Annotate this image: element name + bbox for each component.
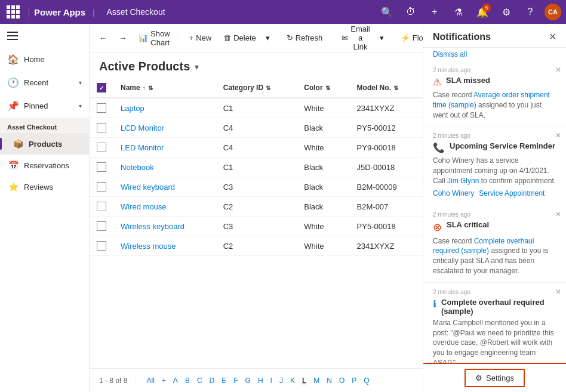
notif-inline-link[interactable]: Jim Glynn [447, 177, 479, 185]
row-checkbox[interactable] [97, 241, 106, 251]
product-name-link[interactable]: LED Monitor [121, 143, 164, 152]
more-dropdown-1[interactable]: ▾ [263, 31, 272, 45]
email-link-button[interactable]: ✉ Email a Link [337, 24, 375, 54]
row-checkbox-cell[interactable] [90, 177, 113, 197]
row-checkbox-cell[interactable] [90, 217, 113, 236]
sidebar-item-recent[interactable]: 🕐 Recent ▾ [0, 71, 89, 94]
row-checkbox-cell[interactable] [90, 118, 113, 138]
product-name-link[interactable]: LCD Monitor [121, 124, 164, 132]
page-letter-p[interactable]: P [349, 375, 359, 386]
page-letter-e[interactable]: E [219, 375, 229, 386]
sidebar-item-reservations[interactable]: 📅 Reservations [0, 155, 89, 176]
bell-icon[interactable]: 🔔 5 [473, 2, 492, 21]
more-dropdown-2[interactable]: ▾ [377, 31, 386, 45]
filter-icon[interactable]: ⚗ [449, 2, 468, 21]
product-name-link[interactable]: Wired mouse [121, 202, 167, 211]
sidebar-item-home[interactable]: 🏠 Home [0, 48, 89, 71]
notification-close-button[interactable]: ✕ [549, 31, 556, 42]
show-chart-button[interactable]: 📊 Show Chart [134, 27, 175, 50]
page-letter-j[interactable]: J [276, 375, 286, 386]
product-name-link[interactable]: Wireless mouse [121, 242, 176, 251]
sidebar-item-products[interactable]: 📦 Products [0, 133, 89, 155]
new-button[interactable]: + New [184, 31, 217, 45]
row-checkbox[interactable] [97, 202, 106, 211]
apps-grid-icon[interactable] [5, 4, 21, 20]
table-row[interactable]: LED Monitor C4 White PY9-00018 [90, 138, 423, 158]
page-letter-g[interactable]: G [242, 375, 254, 386]
row-checkbox-cell[interactable] [90, 138, 113, 158]
col-name[interactable]: Name ↑ ⇅ [113, 78, 216, 98]
table-row[interactable]: Notebook C1 Black J5D-00018 [90, 158, 423, 177]
search-icon[interactable]: 🔍 [377, 2, 396, 21]
notification-settings-button[interactable]: ⚙ Settings [465, 369, 525, 387]
select-all-checkbox[interactable]: ✓ [97, 83, 106, 92]
row-checkbox-cell[interactable] [90, 197, 113, 217]
row-checkbox[interactable] [97, 123, 106, 132]
page-letter-m[interactable]: M [310, 375, 322, 386]
col-category[interactable]: Category ID ⇅ [216, 78, 297, 98]
notif-close-btn-2[interactable]: ✕ [555, 210, 561, 218]
settings-topbar-icon[interactable]: ⚙ [497, 2, 516, 21]
col-model-sort[interactable]: ⇅ [393, 85, 398, 91]
notif-close-btn-3[interactable]: ✕ [555, 288, 561, 296]
product-name-link[interactable]: Wired keyboard [121, 183, 175, 192]
environment-icon[interactable]: ⏱ [401, 2, 420, 21]
delete-button[interactable]: 🗑 Delete [219, 31, 261, 45]
page-letter-o[interactable]: O [336, 375, 347, 386]
back-button[interactable]: ← [94, 31, 112, 45]
view-dropdown-arrow[interactable]: ▾ [195, 62, 199, 72]
notif-close-btn-1[interactable]: ✕ [555, 131, 561, 140]
page-letter-n[interactable]: N [324, 375, 335, 386]
add-icon[interactable]: + [425, 2, 444, 21]
page-letter-c[interactable]: C [194, 375, 205, 386]
refresh-button[interactable]: ↻ Refresh [282, 31, 328, 45]
col-color[interactable]: Color ⇅ [297, 78, 349, 98]
notif-link[interactable]: Service Appointment [479, 189, 545, 199]
row-checkbox[interactable] [97, 103, 106, 113]
table-row[interactable]: Wireless keyboard C3 White PY5-00018 [90, 217, 423, 236]
select-all-header[interactable]: ✓ [90, 78, 113, 98]
notif-link[interactable]: Coho Winery [433, 189, 474, 199]
phone-icon: 📞 [433, 142, 445, 153]
product-name-link[interactable]: Notebook [121, 163, 154, 172]
col-category-sort[interactable]: ⇅ [266, 85, 270, 91]
forward-button[interactable]: → [114, 31, 131, 45]
page-letter-i[interactable]: I [267, 375, 275, 386]
page-letter-q[interactable]: Q [361, 375, 372, 386]
table-row[interactable]: Laptop C1 White 2341XYXZ [90, 98, 423, 118]
dismiss-all-link[interactable]: Dismiss all [423, 48, 566, 61]
hamburger-menu[interactable] [0, 24, 89, 48]
table-row[interactable]: Wired mouse C2 Black B2M-007 [90, 197, 423, 217]
page-letter-k[interactable]: K [287, 375, 298, 386]
page-letter-a[interactable]: A [170, 375, 181, 386]
row-checkbox-cell[interactable] [90, 236, 113, 256]
row-checkbox-cell[interactable] [90, 158, 113, 177]
page-letter-all[interactable]: All [144, 375, 158, 386]
col-model[interactable]: Model No. ⇅ [350, 78, 423, 98]
row-checkbox[interactable] [97, 182, 106, 192]
page-letter-+[interactable]: + [159, 375, 169, 386]
table-row[interactable]: LCD Monitor C4 Black PY5-00012 [90, 118, 423, 138]
page-letter-h[interactable]: H [255, 375, 266, 386]
row-checkbox[interactable] [97, 162, 106, 172]
sidebar-item-pinned[interactable]: 📌 Pinned ▾ [0, 94, 89, 118]
back-icon: ← [99, 33, 107, 42]
flow-button[interactable]: ⚡ Flow [396, 31, 423, 45]
col-color-sort[interactable]: ⇅ [325, 85, 330, 91]
row-checkbox[interactable] [97, 221, 106, 231]
page-letter-b[interactable]: B [182, 375, 193, 386]
table-row[interactable]: Wired keyboard C3 Black B2M-00009 [90, 177, 423, 197]
row-checkbox[interactable] [97, 143, 106, 152]
notif-close-btn-0[interactable]: ✕ [555, 66, 561, 74]
page-letter-d[interactable]: D [207, 375, 218, 386]
product-name-link[interactable]: Wireless keyboard [121, 222, 184, 231]
sidebar-item-reviews[interactable]: ⭐ Reviews [0, 176, 89, 197]
help-icon[interactable]: ? [521, 2, 540, 21]
product-name-link[interactable]: Laptop [121, 104, 144, 113]
page-letter-f[interactable]: F [230, 375, 241, 386]
page-letter-l[interactable]: L [299, 375, 309, 386]
col-filter-icon[interactable]: ⇅ [148, 85, 153, 91]
avatar[interactable]: CA [545, 4, 561, 20]
table-row[interactable]: Wireless mouse C2 White 2341XYXZ [90, 236, 423, 256]
row-checkbox-cell[interactable] [90, 98, 113, 118]
